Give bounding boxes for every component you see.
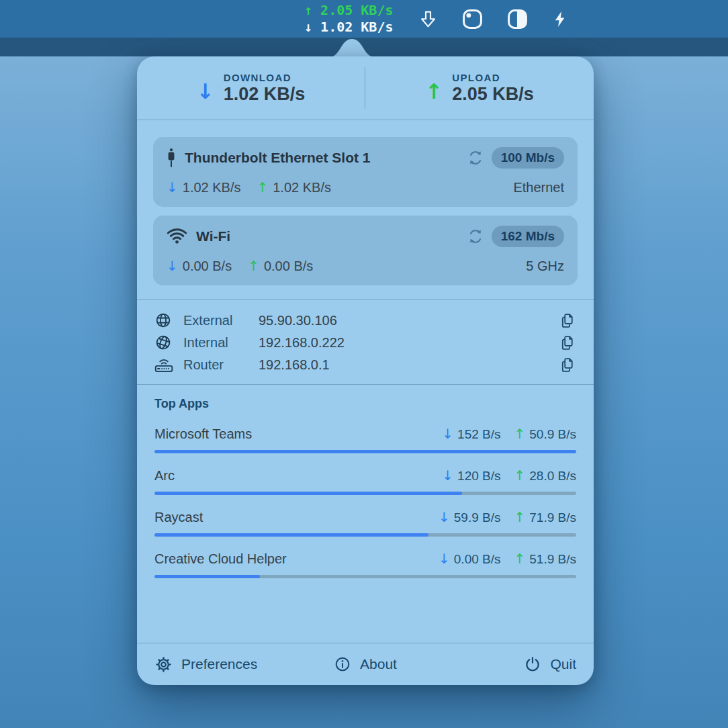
interface-card-wifi: Wi-Fi 162 Mb/s ↓ 0.00 B/s [153,216,578,285]
app-name: Creative Cloud Helper [154,551,425,567]
app-usage-bar [154,450,576,453]
up-arrow-icon: ↑ [514,551,526,567]
menubar-network-speeds[interactable]: ↑ 2.05 KB/s ↓ 1.02 KB/s [304,2,393,36]
down-arrow-icon: ↓ [442,467,453,484]
up-arrow-icon: ↑ [304,2,312,19]
app-row: Microsoft Teams ↓ 152 B/s ↑ 50.9 B/s [154,426,576,453]
globe-icon [154,334,175,351]
power-icon [524,655,541,673]
app-upload-speed: ↑ 71.9 B/s [514,509,576,525]
download-menubar-icon[interactable] [418,9,439,30]
about-label: About [360,656,397,672]
interface-band-label: 5 GHz [526,259,564,274]
interface-type-label: Ethernet [513,180,564,195]
about-button[interactable]: About [334,655,397,673]
app-name: Microsoft Teams [154,426,428,442]
ip-label: Router [183,357,259,373]
upload-arrow-icon: ↑ [425,79,443,103]
interface-download-speed: ↓ 1.02 KB/s [167,179,240,195]
menu-bar: ↑ 2.05 KB/s ↓ 1.02 KB/s [0,0,728,38]
app-name: Arc [154,468,428,484]
ip-label: Internal [183,335,259,351]
download-arrow-icon: ↓ [197,79,214,103]
copy-icon[interactable] [559,312,576,329]
down-arrow-icon: ↓ [304,19,312,36]
popover-footer: Preferences About [137,643,594,685]
up-arrow-icon: ↑ [248,258,259,274]
screenshot-menubar-icon[interactable] [461,8,484,30]
interface-upload-speed: ↑ 0.00 B/s [248,258,313,274]
app-row: Creative Cloud Helper ↓ 0.00 B/s ↑ 51.9 … [154,551,576,578]
router-ip-row: Router 192.168.0.1 [154,354,576,375]
up-arrow-icon: ↑ [514,426,526,442]
down-arrow-icon: ↓ [167,179,178,195]
up-arrow-icon: ↑ [514,509,526,525]
interface-upload-speed: ↑ 1.02 KB/s [257,179,330,195]
popover-arrow [329,38,375,57]
down-arrow-icon: ↓ [167,258,178,274]
preferences-label: Preferences [181,656,257,672]
up-arrow-icon: ↑ [514,467,526,484]
interface-download-speed: ↓ 0.00 B/s [167,258,232,274]
refresh-icon[interactable] [467,228,484,245]
interface-name: Thunderbolt Ethernet Slot 1 [185,150,467,166]
bolt-menubar-icon[interactable] [551,9,570,29]
app-usage-bar [154,492,576,495]
copy-icon[interactable] [559,334,576,351]
ip-label: External [183,313,259,328]
refresh-icon[interactable] [467,149,484,167]
app-upload-speed: ↑ 28.0 B/s [514,467,576,484]
interface-card-ethernet: Thunderbolt Ethernet Slot 1 100 Mb/s ↓ [153,137,578,207]
top-apps-title: Top Apps [154,397,576,411]
app-row: Arc ↓ 120 B/s ↑ 28.0 B/s [154,467,576,495]
gear-icon [154,655,173,674]
info-icon [334,655,351,673]
speed-summary-header: ↓ DOWNLOAD 1.02 KB/s ↑ UPLOAD 2.05 KB/s [137,56,594,120]
down-arrow-icon: ↓ [439,551,450,567]
ip-value: 95.90.30.106 [259,313,559,328]
internal-ip-row: Internal 192.168.0.222 [154,332,576,353]
quit-label: Quit [550,656,576,672]
ethernet-cable-icon [167,148,176,169]
down-arrow-icon: ↓ [439,509,450,525]
interfaces-section: Thunderbolt Ethernet Slot 1 100 Mb/s ↓ [137,120,594,300]
ip-addresses-section: External 95.90.30.106 [137,300,594,385]
external-ip-row: External 95.90.30.106 [154,310,576,331]
upload-value: 2.05 KB/s [452,84,534,105]
app-row: Raycast ↓ 59.9 B/s ↑ 71.9 B/s [154,509,576,537]
screen: ↑ 2.05 KB/s ↓ 1.02 KB/s [0,0,728,728]
router-icon [154,356,175,373]
top-apps-section: Top Apps Microsoft Teams ↓ 152 B/s ↑ 50.… [137,385,594,643]
download-summary: ↓ DOWNLOAD 1.02 KB/s [137,67,365,109]
app-download-speed: ↓ 59.9 B/s [439,509,500,525]
preferences-button[interactable]: Preferences [154,655,295,674]
up-arrow-icon: ↑ [257,179,268,195]
copy-icon[interactable] [559,357,576,373]
download-label: DOWNLOAD [224,72,306,83]
download-value: 1.02 KB/s [224,84,306,105]
menubar-download-speed: ↓ 1.02 KB/s [304,19,393,36]
link-speed-badge: 162 Mb/s [492,226,564,247]
split-panel-menubar-icon[interactable] [506,8,529,30]
app-name: Raycast [154,510,425,525]
ip-value: 192.168.0.1 [259,357,559,373]
interface-name: Wi-Fi [196,228,467,244]
app-download-speed: ↓ 120 B/s [442,467,500,484]
link-speed-badge: 100 Mb/s [492,147,564,169]
quit-button[interactable]: Quit [524,655,576,673]
app-download-speed: ↓ 152 B/s [442,426,500,442]
app-upload-speed: ↑ 50.9 B/s [514,426,576,442]
down-arrow-icon: ↓ [442,426,453,442]
wifi-icon [167,228,187,244]
globe-icon [154,312,175,329]
app-download-speed: ↓ 0.00 B/s [439,551,500,567]
app-usage-bar [154,533,576,537]
app-upload-speed: ↑ 51.9 B/s [514,551,576,567]
ip-value: 192.168.0.222 [259,335,559,351]
app-usage-bar [154,575,576,578]
upload-summary: ↑ UPLOAD 2.05 KB/s [365,72,594,105]
network-monitor-popover: ↓ DOWNLOAD 1.02 KB/s ↑ UPLOAD 2.05 KB/s [137,56,594,685]
menubar-upload-speed: ↑ 2.05 KB/s [304,2,393,19]
upload-label: UPLOAD [452,72,534,83]
